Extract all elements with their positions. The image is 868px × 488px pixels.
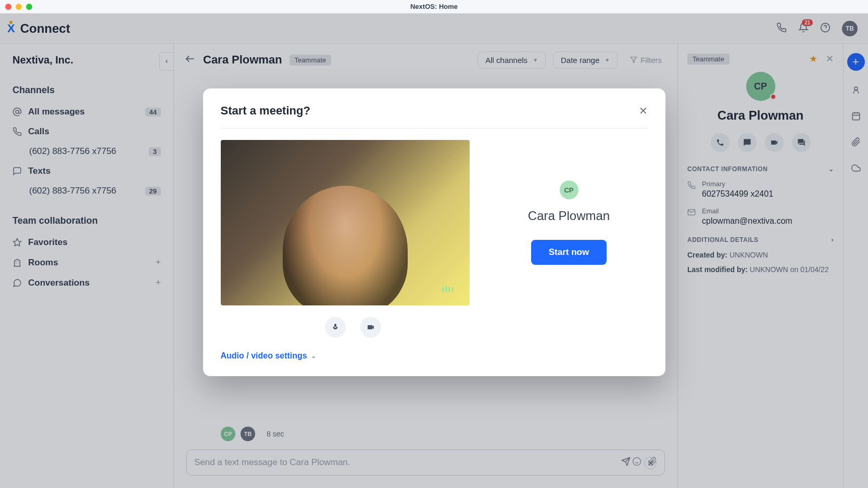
av-settings-link[interactable]: Audio / video settings ⌄ <box>221 351 648 361</box>
start-now-button[interactable]: Start now <box>531 240 607 265</box>
modal-title: Start a meeting? <box>221 104 310 118</box>
traffic-lights <box>5 4 32 10</box>
window-titlebar: NextOS: Home <box>0 0 868 14</box>
mic-toggle[interactable] <box>325 317 346 338</box>
minimize-window[interactable] <box>16 4 22 10</box>
av-settings-label: Audio / video settings <box>221 351 307 361</box>
close-icon[interactable]: ✕ <box>639 105 648 117</box>
chevron-down-icon: ⌄ <box>311 353 316 359</box>
video-preview: ılıı <box>221 140 470 305</box>
media-toggles <box>325 317 648 338</box>
window-title: NextOS: Home <box>410 3 458 10</box>
modal-overlay[interactable]: Start a meeting? ✕ ılıı CP Cara Plowman … <box>0 14 868 488</box>
camera-toggle[interactable] <box>360 317 381 338</box>
maximize-window[interactable] <box>26 4 32 10</box>
sound-indicator-icon: ılıı <box>442 285 455 294</box>
close-window[interactable] <box>5 4 11 10</box>
participant-avatar: CP <box>560 181 578 199</box>
start-meeting-modal: Start a meeting? ✕ ılıı CP Cara Plowman … <box>203 88 665 376</box>
participant-name: Cara Plowman <box>528 209 610 223</box>
